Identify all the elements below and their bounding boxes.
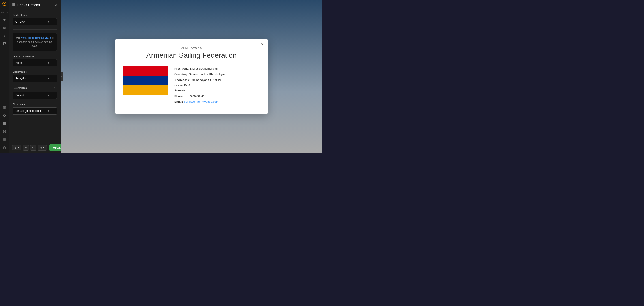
entrance-animation-label: Entrance animation: [12, 55, 57, 57]
armenia-flag: [124, 66, 168, 95]
device-arrow-icon: ▼: [18, 147, 20, 149]
address-label: Address:: [174, 78, 187, 82]
display-rules-select[interactable]: Everytime ▼: [12, 75, 57, 82]
info-pre-text: Use: [16, 36, 20, 39]
flag-orange-stripe: [124, 85, 168, 95]
phone-value: + 374 94363499: [185, 94, 206, 98]
display-trigger-value: On click: [16, 20, 25, 23]
secretary-value: Ashot Khachatryan: [201, 72, 226, 76]
close-rules-label: Close rules: [12, 103, 57, 106]
layout-icon[interactable]: ⊞: [1, 24, 8, 31]
device-select-button[interactable]: 🖥 ▼: [12, 145, 22, 150]
flag-container: [124, 66, 168, 95]
collapse-handle[interactable]: ❮: [61, 72, 63, 81]
history-icon[interactable]: [1, 112, 8, 119]
phone-label: Phone:: [174, 94, 184, 98]
svg-point-1: [4, 3, 5, 4]
panel-header: Popup Options ✕: [9, 0, 61, 10]
entrance-animation-group: Entrance animation None ▼: [12, 55, 57, 66]
import-export-icon[interactable]: ↕: [1, 32, 8, 39]
panel-header-left: Popup Options: [12, 3, 40, 7]
display-trigger-select[interactable]: On click ▼: [12, 18, 57, 25]
popup-body: President: Bagrat Soghomonyan Secretary …: [124, 66, 260, 105]
referer-rules-select[interactable]: Default ▼: [12, 92, 57, 99]
secretary-label: Secretary General:: [174, 72, 200, 76]
target-toolbar-group: ◎ ▼: [38, 145, 47, 151]
close-rules-value: Default (on user close): [16, 109, 42, 112]
add-element-icon[interactable]: ⊕: [1, 16, 8, 23]
referer-rules-value: Default: [16, 94, 24, 97]
close-rules-select[interactable]: Default (on user close) ▼: [12, 107, 57, 114]
svg-rect-3: [3, 43, 4, 45]
target-select-button[interactable]: ◎ ▼: [38, 145, 47, 151]
gear-icon[interactable]: [1, 136, 8, 143]
display-rules-label: Display rules: [12, 70, 57, 73]
close-rules-group: Close rules Default (on user close) ▼: [12, 103, 57, 114]
panel-body: Display trigger On click ▼ Use #mfn-popu…: [9, 10, 61, 142]
layers-icon[interactable]: [1, 104, 8, 111]
popup-subtitle: ARM – Armenia: [124, 46, 260, 50]
close-rules-select-wrapper: Default (on user close) ▼: [12, 107, 57, 114]
undo-button[interactable]: ↩: [23, 145, 29, 151]
president-value: Bagrat Soghomonyan: [190, 67, 218, 70]
redo-icon: ↪: [32, 146, 34, 149]
globe-icon[interactable]: [1, 128, 8, 135]
svg-point-11: [3, 124, 4, 125]
wordpress-icon[interactable]: W: [1, 144, 8, 151]
bottom-toolbar: 🖥 ▼ ↩ ↪ ◎ ▼ Update ▼: [9, 142, 61, 153]
address-row: Address: 49 Nalbandyan St, Apt 19Sevan 1…: [174, 77, 260, 93]
redo-button[interactable]: ↪: [30, 145, 36, 151]
email-label: Email:: [174, 100, 183, 103]
display-rules-value: Everytime: [16, 77, 27, 80]
referer-rules-select-wrapper: Default ▼: [12, 92, 57, 99]
referer-rules-label-text: Referer rules: [12, 87, 27, 89]
close-rules-arrow-icon: ▼: [47, 109, 50, 112]
entrance-animation-arrow-icon: ▼: [47, 61, 50, 64]
svg-rect-5: [5, 44, 6, 45]
desktop-icon: 🖥: [14, 146, 16, 149]
display-trigger-arrow-icon: ▼: [47, 20, 50, 23]
svg-point-7: [3, 122, 4, 123]
president-label: President:: [174, 67, 189, 70]
version-label: V27.1.5.1: [1, 12, 8, 13]
main-content: ❮ ✕ ARM – Armenia Armenian Sailing Feder…: [61, 0, 322, 153]
entrance-animation-select-wrapper: None ▼: [12, 59, 57, 66]
flag-red-stripe: [124, 66, 168, 76]
popup-modal: ✕ ARM – Armenia Armenian Sailing Federat…: [115, 39, 268, 114]
svg-point-16: [13, 3, 14, 4]
display-rules-arrow-icon: ▼: [47, 77, 50, 80]
info-box: Use #mfn-popup-template-2373 to open thi…: [12, 33, 57, 51]
email-value[interactable]: spinnakerash@yahoo.com: [184, 100, 218, 103]
referer-rules-label: Referer rules ⓘ: [12, 86, 57, 90]
entrance-animation-value: None: [16, 61, 22, 64]
display-trigger-label: Display trigger: [12, 14, 57, 16]
president-row: President: Bagrat Soghomonyan: [174, 66, 260, 71]
settings-sliders-icon[interactable]: [1, 120, 8, 127]
svg-rect-2: [3, 42, 6, 43]
template-icon[interactable]: [1, 40, 8, 47]
divider-1: [12, 29, 57, 29]
device-toolbar-group: 🖥 ▼: [12, 145, 22, 150]
entrance-animation-select[interactable]: None ▼: [12, 59, 57, 66]
popup-template-link[interactable]: #mfn-popup-template-2373: [21, 36, 51, 39]
left-panel: Popup Options ✕ Display trigger On click…: [9, 0, 61, 153]
svg-point-18: [14, 4, 15, 5]
svg-point-20: [13, 5, 14, 6]
phone-row: Phone: + 374 94363499: [174, 93, 260, 99]
svg-rect-4: [5, 43, 6, 44]
target-arrow-icon: ▼: [43, 147, 45, 149]
undo-icon: ↩: [25, 146, 27, 149]
panel-title: Popup Options: [18, 3, 40, 7]
svg-point-9: [5, 123, 6, 124]
popup-info: President: Bagrat Soghomonyan Secretary …: [174, 66, 260, 105]
referer-rules-arrow-icon: ▼: [47, 94, 50, 97]
panel-close-button[interactable]: ✕: [55, 3, 58, 7]
popup-close-button[interactable]: ✕: [261, 42, 264, 46]
options-icon: [12, 3, 16, 7]
popup-title: Armenian Sailing Federation: [124, 51, 260, 59]
display-rules-group: Display rules Everytime ▼: [12, 70, 57, 82]
referer-rules-help-icon[interactable]: ⓘ: [54, 86, 57, 90]
display-trigger-group: Display trigger On click ▼: [12, 14, 57, 25]
email-row: Email: spinnakerash@yahoo.com: [174, 99, 260, 104]
app-logo: [1, 2, 8, 6]
